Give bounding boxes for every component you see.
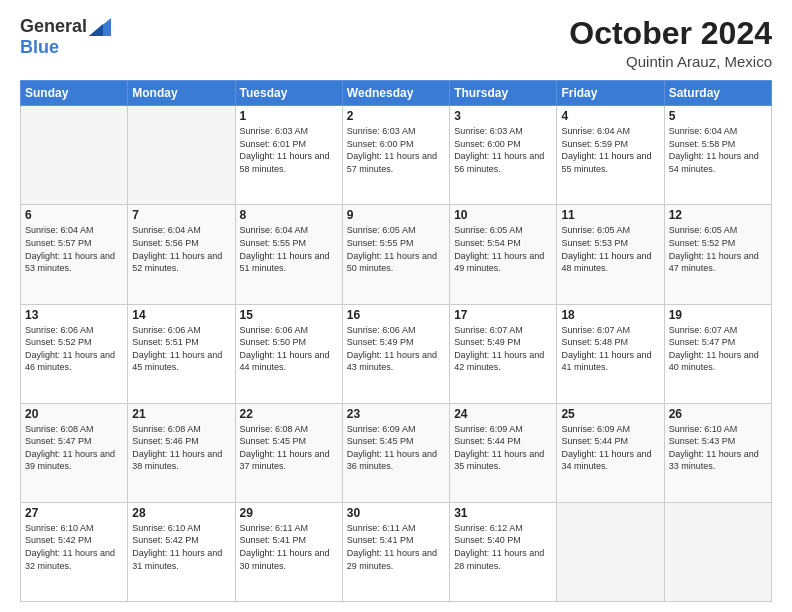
day-number: 30 [347,506,445,520]
calendar-cell: 25Sunrise: 6:09 AMSunset: 5:44 PMDayligh… [557,403,664,502]
day-info: Sunrise: 6:08 AMSunset: 5:46 PMDaylight:… [132,423,230,473]
day-number: 13 [25,308,123,322]
calendar-cell: 4Sunrise: 6:04 AMSunset: 5:59 PMDaylight… [557,106,664,205]
day-number: 7 [132,208,230,222]
calendar-cell: 10Sunrise: 6:05 AMSunset: 5:54 PMDayligh… [450,205,557,304]
calendar-cell: 2Sunrise: 6:03 AMSunset: 6:00 PMDaylight… [342,106,449,205]
calendar-cell: 5Sunrise: 6:04 AMSunset: 5:58 PMDaylight… [664,106,771,205]
calendar-cell: 11Sunrise: 6:05 AMSunset: 5:53 PMDayligh… [557,205,664,304]
weekday-header-row: SundayMondayTuesdayWednesdayThursdayFrid… [21,81,772,106]
calendar-cell: 8Sunrise: 6:04 AMSunset: 5:55 PMDaylight… [235,205,342,304]
calendar-week-row: 20Sunrise: 6:08 AMSunset: 5:47 PMDayligh… [21,403,772,502]
day-info: Sunrise: 6:05 AMSunset: 5:54 PMDaylight:… [454,224,552,274]
calendar-cell: 17Sunrise: 6:07 AMSunset: 5:49 PMDayligh… [450,304,557,403]
calendar-cell: 19Sunrise: 6:07 AMSunset: 5:47 PMDayligh… [664,304,771,403]
day-number: 31 [454,506,552,520]
day-number: 6 [25,208,123,222]
day-info: Sunrise: 6:09 AMSunset: 5:44 PMDaylight:… [454,423,552,473]
weekday-header-sunday: Sunday [21,81,128,106]
day-info: Sunrise: 6:06 AMSunset: 5:51 PMDaylight:… [132,324,230,374]
day-info: Sunrise: 6:03 AMSunset: 6:00 PMDaylight:… [454,125,552,175]
calendar-cell: 26Sunrise: 6:10 AMSunset: 5:43 PMDayligh… [664,403,771,502]
calendar-table: SundayMondayTuesdayWednesdayThursdayFrid… [20,80,772,602]
day-number: 20 [25,407,123,421]
location: Quintin Arauz, Mexico [569,53,772,70]
day-number: 5 [669,109,767,123]
day-info: Sunrise: 6:05 AMSunset: 5:55 PMDaylight:… [347,224,445,274]
day-number: 25 [561,407,659,421]
day-info: Sunrise: 6:11 AMSunset: 5:41 PMDaylight:… [347,522,445,572]
calendar-week-row: 6Sunrise: 6:04 AMSunset: 5:57 PMDaylight… [21,205,772,304]
calendar-cell: 29Sunrise: 6:11 AMSunset: 5:41 PMDayligh… [235,502,342,601]
calendar-cell: 3Sunrise: 6:03 AMSunset: 6:00 PMDaylight… [450,106,557,205]
day-info: Sunrise: 6:04 AMSunset: 5:55 PMDaylight:… [240,224,338,274]
page: General Blue October 2024 Quintin Arauz,… [0,0,792,612]
day-info: Sunrise: 6:09 AMSunset: 5:44 PMDaylight:… [561,423,659,473]
calendar-cell [664,502,771,601]
calendar-week-row: 1Sunrise: 6:03 AMSunset: 6:01 PMDaylight… [21,106,772,205]
day-number: 15 [240,308,338,322]
day-number: 22 [240,407,338,421]
day-info: Sunrise: 6:10 AMSunset: 5:42 PMDaylight:… [132,522,230,572]
calendar-cell: 7Sunrise: 6:04 AMSunset: 5:56 PMDaylight… [128,205,235,304]
day-number: 14 [132,308,230,322]
day-info: Sunrise: 6:04 AMSunset: 5:58 PMDaylight:… [669,125,767,175]
calendar-cell: 6Sunrise: 6:04 AMSunset: 5:57 PMDaylight… [21,205,128,304]
day-number: 29 [240,506,338,520]
svg-marker-1 [89,24,103,36]
day-info: Sunrise: 6:08 AMSunset: 5:45 PMDaylight:… [240,423,338,473]
calendar-cell: 15Sunrise: 6:06 AMSunset: 5:50 PMDayligh… [235,304,342,403]
calendar-cell: 28Sunrise: 6:10 AMSunset: 5:42 PMDayligh… [128,502,235,601]
day-info: Sunrise: 6:03 AMSunset: 6:01 PMDaylight:… [240,125,338,175]
month-title: October 2024 [569,16,772,51]
day-info: Sunrise: 6:06 AMSunset: 5:52 PMDaylight:… [25,324,123,374]
calendar-cell [21,106,128,205]
day-info: Sunrise: 6:03 AMSunset: 6:00 PMDaylight:… [347,125,445,175]
day-number: 11 [561,208,659,222]
day-info: Sunrise: 6:11 AMSunset: 5:41 PMDaylight:… [240,522,338,572]
day-info: Sunrise: 6:05 AMSunset: 5:53 PMDaylight:… [561,224,659,274]
day-info: Sunrise: 6:04 AMSunset: 5:59 PMDaylight:… [561,125,659,175]
calendar-cell: 14Sunrise: 6:06 AMSunset: 5:51 PMDayligh… [128,304,235,403]
calendar-cell: 23Sunrise: 6:09 AMSunset: 5:45 PMDayligh… [342,403,449,502]
logo-icon [89,18,111,36]
logo-blue: Blue [20,37,59,58]
day-info: Sunrise: 6:09 AMSunset: 5:45 PMDaylight:… [347,423,445,473]
day-number: 3 [454,109,552,123]
calendar-cell: 1Sunrise: 6:03 AMSunset: 6:01 PMDaylight… [235,106,342,205]
day-number: 24 [454,407,552,421]
calendar-cell: 27Sunrise: 6:10 AMSunset: 5:42 PMDayligh… [21,502,128,601]
header: General Blue October 2024 Quintin Arauz,… [20,16,772,70]
day-number: 16 [347,308,445,322]
day-number: 26 [669,407,767,421]
day-number: 17 [454,308,552,322]
day-info: Sunrise: 6:10 AMSunset: 5:42 PMDaylight:… [25,522,123,572]
day-number: 1 [240,109,338,123]
day-number: 21 [132,407,230,421]
day-info: Sunrise: 6:04 AMSunset: 5:57 PMDaylight:… [25,224,123,274]
calendar-week-row: 13Sunrise: 6:06 AMSunset: 5:52 PMDayligh… [21,304,772,403]
weekday-header-wednesday: Wednesday [342,81,449,106]
title-area: October 2024 Quintin Arauz, Mexico [569,16,772,70]
day-number: 2 [347,109,445,123]
day-number: 8 [240,208,338,222]
day-number: 12 [669,208,767,222]
logo-general: General [20,16,87,37]
calendar-cell: 13Sunrise: 6:06 AMSunset: 5:52 PMDayligh… [21,304,128,403]
weekday-header-friday: Friday [557,81,664,106]
weekday-header-saturday: Saturday [664,81,771,106]
day-number: 18 [561,308,659,322]
day-info: Sunrise: 6:07 AMSunset: 5:48 PMDaylight:… [561,324,659,374]
calendar-cell: 12Sunrise: 6:05 AMSunset: 5:52 PMDayligh… [664,205,771,304]
day-info: Sunrise: 6:07 AMSunset: 5:47 PMDaylight:… [669,324,767,374]
day-info: Sunrise: 6:05 AMSunset: 5:52 PMDaylight:… [669,224,767,274]
calendar-week-row: 27Sunrise: 6:10 AMSunset: 5:42 PMDayligh… [21,502,772,601]
day-number: 27 [25,506,123,520]
day-info: Sunrise: 6:10 AMSunset: 5:43 PMDaylight:… [669,423,767,473]
weekday-header-monday: Monday [128,81,235,106]
day-number: 28 [132,506,230,520]
calendar-cell: 30Sunrise: 6:11 AMSunset: 5:41 PMDayligh… [342,502,449,601]
day-number: 4 [561,109,659,123]
calendar-cell: 31Sunrise: 6:12 AMSunset: 5:40 PMDayligh… [450,502,557,601]
day-info: Sunrise: 6:06 AMSunset: 5:49 PMDaylight:… [347,324,445,374]
